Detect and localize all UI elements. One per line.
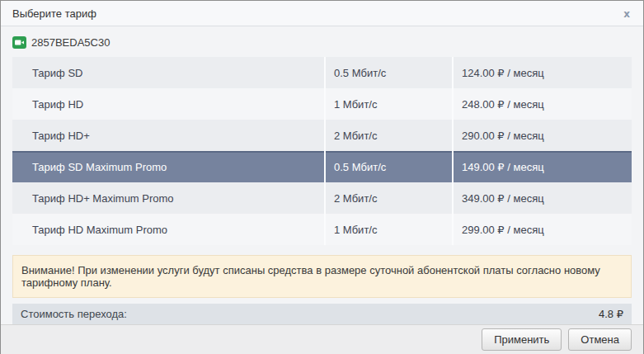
device-row: 2857BEDA5C30 bbox=[1, 26, 643, 57]
tariff-speed: 0.5 Мбит/с bbox=[324, 57, 452, 88]
tariff-row[interactable]: Тариф HD 1 Мбит/с 248.00 ₽ / месяц bbox=[12, 88, 632, 120]
apply-button[interactable]: Применить bbox=[482, 328, 562, 351]
tariff-name: Тариф SD bbox=[12, 57, 324, 88]
tariff-price: 149.00 ₽ / месяц bbox=[452, 151, 632, 182]
tariff-name: Тариф SD Maximum Promo bbox=[12, 151, 324, 182]
dialog-title: Выберите тариф bbox=[12, 7, 96, 20]
transition-cost-value: 4.8 ₽ bbox=[599, 308, 623, 320]
dialog-header: Выберите тариф x bbox=[1, 1, 643, 26]
warning-text: Внимание! При изменении услуги будут спи… bbox=[21, 264, 600, 289]
dialog-footer: Применить Отмена bbox=[1, 324, 643, 354]
transition-cost-bar: Стоимость перехода: 4.8 ₽ bbox=[12, 304, 632, 324]
close-icon[interactable]: x bbox=[620, 7, 633, 21]
tariff-speed: 2 Мбит/с bbox=[324, 182, 452, 214]
tariff-speed: 1 Мбит/с bbox=[324, 88, 452, 120]
tariff-speed: 1 Мбит/с bbox=[324, 214, 452, 245]
tariff-name: Тариф HD+ bbox=[12, 120, 324, 151]
choose-tariff-dialog: Выберите тариф x 2857BEDA5C30 Тариф SD 0… bbox=[0, 0, 644, 354]
cancel-button[interactable]: Отмена bbox=[568, 328, 632, 351]
tariff-row[interactable]: Тариф HD+ 2 Мбит/с 290.00 ₽ / месяц bbox=[12, 120, 632, 151]
tariff-row[interactable]: Тариф SD 0.5 Мбит/с 124.00 ₽ / месяц bbox=[12, 57, 632, 88]
tariff-table: Тариф SD 0.5 Мбит/с 124.00 ₽ / месяц Тар… bbox=[12, 57, 632, 245]
tariff-speed: 2 Мбит/с bbox=[324, 120, 452, 151]
tariff-name: Тариф HD bbox=[12, 88, 324, 120]
transition-cost-label: Стоимость перехода: bbox=[21, 308, 127, 320]
tariff-name: Тариф HD+ Maximum Promo bbox=[12, 182, 324, 214]
tariff-price: 248.00 ₽ / месяц bbox=[452, 88, 632, 120]
warning-banner: Внимание! При изменении услуги будут спи… bbox=[12, 255, 632, 298]
tariff-price: 290.00 ₽ / месяц bbox=[452, 120, 632, 151]
device-id: 2857BEDA5C30 bbox=[31, 36, 110, 49]
tariff-speed: 0.5 Мбит/с bbox=[324, 151, 452, 182]
tariff-price: 299.00 ₽ / месяц bbox=[452, 214, 632, 245]
tariff-name: Тариф HD Maximum Promo bbox=[12, 214, 324, 245]
tariff-row[interactable]: Тариф HD Maximum Promo 1 Мбит/с 299.00 ₽… bbox=[12, 214, 632, 245]
tariff-row[interactable]: Тариф HD+ Maximum Promo 2 Мбит/с 349.00 … bbox=[12, 182, 632, 214]
tariff-price: 124.00 ₽ / месяц bbox=[452, 57, 632, 88]
tariff-price: 349.00 ₽ / месяц bbox=[452, 182, 632, 214]
video-camera-icon bbox=[12, 36, 26, 49]
tariff-row-selected[interactable]: Тариф SD Maximum Promo 0.5 Мбит/с 149.00… bbox=[12, 151, 632, 182]
